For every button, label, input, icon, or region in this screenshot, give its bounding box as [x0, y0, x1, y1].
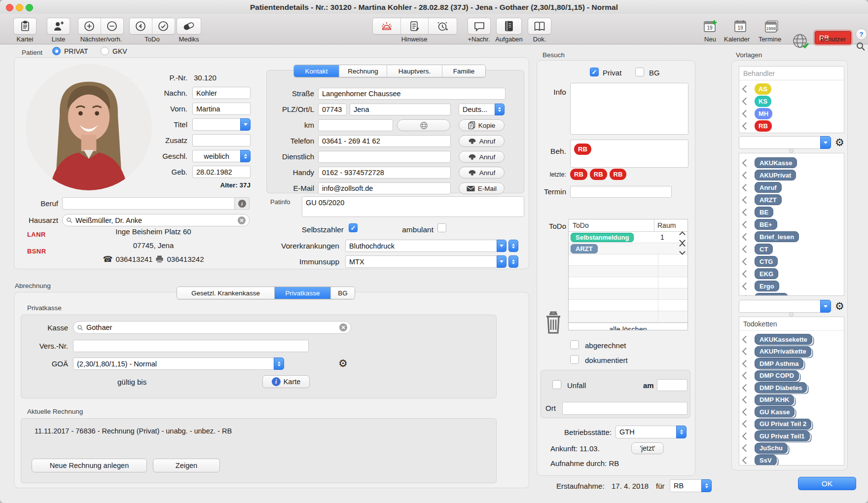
anruf-telefon-button[interactable]: Anruf [459, 135, 505, 147]
beruf-field[interactable] [62, 197, 235, 210]
behandler-badge[interactable]: RB [574, 144, 591, 155]
km-field[interactable] [318, 119, 393, 131]
todo-back-button[interactable] [130, 18, 152, 34]
strasse-field[interactable]: Langenhorner Chaussee [318, 88, 506, 100]
plz-field[interactable]: 07743 [318, 104, 347, 115]
vorerkrankungen-field[interactable]: Bluthochdruck [345, 240, 497, 252]
gear-icon[interactable]: ⚙ [835, 137, 844, 147]
todo-row-empty[interactable] [569, 254, 687, 266]
ok-button[interactable]: OK [798, 477, 856, 490]
erstaufnahme-von-field[interactable]: RB [670, 479, 702, 492]
todokette-item[interactable]: AKUKassekette [739, 334, 844, 345]
besuch-privat-checkbox[interactable] [590, 68, 599, 76]
geschlecht-stepper[interactable] [240, 150, 251, 162]
hinweise-notes-button[interactable] [401, 18, 429, 34]
todokette-badge[interactable]: DMP Asthma [755, 358, 803, 369]
mediks-button[interactable] [177, 18, 201, 35]
template-item[interactable]: BE [739, 207, 844, 217]
todo-badge-selbstanmeldung[interactable]: Selbstanmeldung [571, 233, 634, 242]
anruf-dienstlich-button[interactable]: Anruf [459, 151, 505, 163]
todo-row-empty[interactable] [569, 300, 687, 311]
termine-button[interactable]: 1999 [760, 18, 783, 35]
hinweise-alarmclock-button[interactable] [429, 18, 457, 34]
kalender-neu-button[interactable]: 19 [700, 18, 721, 35]
clear-icon[interactable]: ✕ [339, 323, 347, 331]
tab-gesetzl-krankenkasse[interactable]: Gesetzl. Krankenkasse [177, 287, 275, 299]
todo-row[interactable]: Selbstanmeldung 1 [569, 232, 687, 243]
clear-icon[interactable]: ✕ [238, 216, 246, 224]
template-item[interactable]: ARZT [739, 194, 844, 205]
template-badge[interactable]: BE [755, 207, 773, 217]
unfall-am-field[interactable] [657, 379, 687, 391]
ort-field[interactable]: Jena [350, 104, 451, 115]
nachname-field[interactable]: Kohler [192, 87, 251, 99]
betriebsstaette-field[interactable]: GTH [615, 426, 677, 438]
todokette-badge[interactable]: GU Kasse [755, 406, 795, 417]
todokette-item[interactable]: DMP Diabetes [739, 382, 844, 393]
jetzt-button[interactable]: 'jetzt' [631, 442, 664, 454]
tab-familie[interactable]: Familie [442, 65, 485, 77]
karte-button[interactable]: i Karte [262, 375, 310, 388]
tab-privatkasse[interactable]: Privatkasse [275, 287, 331, 299]
gear-icon[interactable]: ⚙ [338, 358, 348, 368]
todokette-item[interactable]: DMP COPD [739, 370, 844, 381]
template-item[interactable]: AKUKasse [739, 157, 844, 168]
email-senden-button[interactable]: E-Mail [459, 182, 505, 194]
todokette-item[interactable]: GU Privat Teil 2 [739, 419, 844, 430]
neue-rechnung-button[interactable]: Neue Rechnung anlegen [32, 459, 147, 472]
vorlagen-filter-field-2[interactable] [739, 300, 821, 313]
behandler-badge-rb[interactable]: RB [755, 120, 772, 132]
vorheriger-button[interactable] [101, 18, 124, 34]
dokumentiert-checkbox[interactable] [570, 355, 579, 364]
ambulant-checkbox[interactable] [437, 223, 446, 232]
dienstlich-field[interactable] [318, 151, 451, 163]
todo-badge-arzt[interactable]: ARZT [571, 244, 598, 253]
todokette-badge[interactable]: SsV [755, 455, 777, 466]
vorlagen-filter-field-1[interactable] [739, 136, 821, 149]
behandler-item-partial[interactable] [739, 133, 844, 133]
route-button[interactable] [397, 119, 450, 131]
behandler-badge-ks[interactable]: KS [755, 96, 771, 107]
todokette-badge[interactable]: DMP KHK [755, 395, 794, 405]
naechster-button[interactable] [78, 18, 101, 34]
liste-button[interactable] [47, 18, 70, 35]
vorerkrankungen-dropdown-button[interactable] [497, 240, 506, 252]
betriebsstaette-stepper[interactable] [676, 426, 687, 438]
splitter-handle[interactable] [789, 148, 794, 153]
hinweise-alarm-button[interactable] [373, 18, 401, 34]
todokette-item[interactable]: AKUPrivatkette [739, 346, 844, 357]
todo-row-empty[interactable] [569, 288, 687, 300]
letzte-badge[interactable]: RB [570, 169, 587, 180]
template-item[interactable]: AKUPrivat [739, 170, 844, 180]
immunsupp-field[interactable]: MTX [345, 255, 497, 268]
anruf-handy-button[interactable]: Anruf [459, 167, 505, 179]
rechnung-zeile[interactable]: 11.11.2017 - 76836 - Rechnung (Privat) -… [35, 427, 232, 435]
template-item[interactable]: CT [739, 244, 844, 254]
todokette-item[interactable]: JuSchu [739, 443, 844, 454]
dok-button[interactable] [528, 18, 551, 35]
gear-icon[interactable]: ⚙ [835, 301, 844, 311]
template-badge[interactable]: BE+ [755, 219, 777, 230]
template-badge[interactable]: AKUKasse [755, 157, 797, 168]
template-item[interactable]: Anruf [739, 182, 844, 193]
abgerechnet-checkbox[interactable] [570, 340, 579, 349]
todo-row-empty[interactable] [569, 266, 687, 277]
gk-radio[interactable] [101, 47, 109, 55]
aufgaben-button[interactable] [496, 18, 522, 35]
erstaufnahme-datum[interactable]: 17. 4. 2018 [612, 482, 649, 490]
template-item[interactable]: Brief_lesen [739, 231, 844, 242]
todokette-item[interactable]: GU Kasse [739, 406, 844, 417]
search-button[interactable] [856, 41, 866, 51]
tab-bg[interactable]: BG [331, 287, 355, 299]
todokette-badge[interactable]: JuSchu [755, 443, 788, 454]
todo-check-button[interactable] [152, 18, 175, 34]
todokette-badge[interactable]: DMP COPD [755, 370, 799, 381]
behandler-item[interactable]: RB [739, 120, 844, 131]
selbstzahler-checkbox[interactable] [349, 223, 358, 232]
letzte-badge[interactable]: RB [610, 169, 627, 180]
email-field[interactable]: info@zollsoft.de [318, 182, 451, 194]
template-item[interactable]: gelesen [739, 293, 844, 296]
template-badge[interactable]: CTG [755, 256, 778, 267]
todokette-item[interactable]: DMP KHK [739, 395, 844, 405]
todokette-badge[interactable]: AKUPrivatkette [755, 346, 811, 357]
